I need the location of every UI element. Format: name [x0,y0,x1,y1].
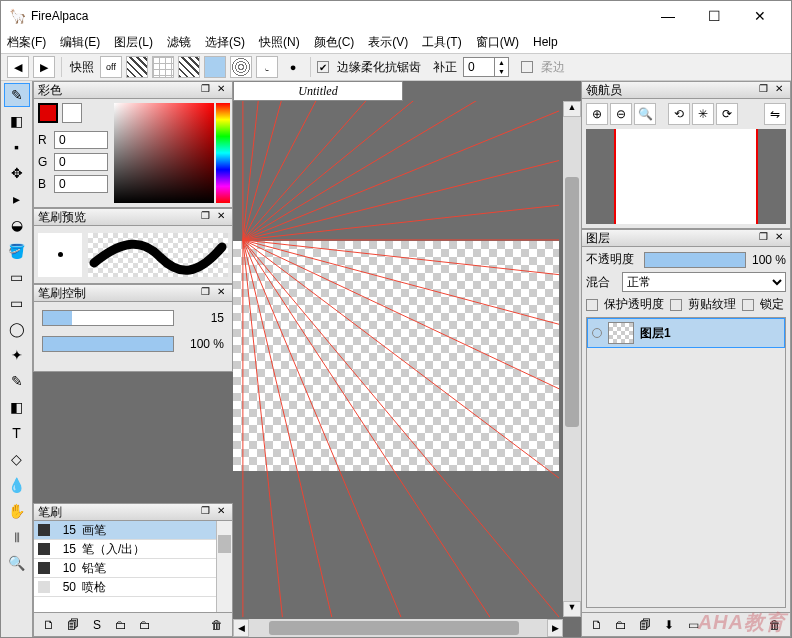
brush-item[interactable]: 50喷枪 [34,578,232,597]
snap-off-button[interactable]: off [100,56,122,78]
nav-flip-button[interactable]: ⇋ [764,103,786,125]
tool-select-eraser[interactable]: ◧ [4,395,30,419]
layer-visibility-toggle[interactable] [592,328,602,338]
correct-spinner[interactable]: 0 ▲▼ [463,57,509,77]
brush-item[interactable]: 15画笔 [34,521,232,540]
lock-checkbox[interactable] [742,299,754,311]
nav-prev-button[interactable]: ◀ [7,56,29,78]
brush-control-header[interactable]: 笔刷控制 ❐ ✕ [33,284,233,302]
document-tab[interactable]: Untitled [233,81,403,101]
snap-grid-button[interactable] [152,56,174,78]
tool-hand[interactable]: ✋ [4,499,30,523]
snap-radial-button[interactable] [204,56,226,78]
canvas-hscrollbar[interactable]: ◀▶ [233,619,563,637]
brush-panel-header[interactable]: 笔刷 ❐ ✕ [33,503,233,521]
layer-merge-button[interactable]: ⬇ [660,616,678,634]
tool-brush[interactable]: ✎ [4,83,30,107]
dot-icon[interactable]: ● [282,56,304,78]
brush-preview-header[interactable]: 笔刷预览 ❐ ✕ [33,208,233,226]
snap-parallel-button[interactable] [126,56,148,78]
snap-curve-button[interactable]: ⦦ [256,56,278,78]
foreground-swatch[interactable] [38,103,58,123]
tool-select-pen[interactable]: ✎ [4,369,30,393]
snap-concentric-button[interactable] [230,56,252,78]
color-panel-header[interactable]: 彩色 ❐ ✕ [33,81,233,99]
nav-rotate-ccw-button[interactable]: ⟲ [668,103,690,125]
menu-select[interactable]: 选择(S) [205,34,245,51]
tool-shape[interactable]: ◇ [4,447,30,471]
brush-script-button[interactable]: S [88,616,106,634]
layer-panel-header[interactable]: 图层 ❐ ✕ [581,229,791,247]
layer-opacity-slider[interactable] [644,252,746,268]
nav-zoomin-button[interactable]: ⊕ [586,103,608,125]
tool-bucket[interactable]: 🪣 [4,239,30,263]
menu-filter[interactable]: 滤镜 [167,34,191,51]
brush-scrollbar[interactable] [216,521,232,612]
dock-icon[interactable]: ❐ [756,83,770,97]
tool-select-rect[interactable]: ▭ [4,291,30,315]
brush-opacity-slider[interactable] [42,336,174,352]
hue-slider[interactable] [216,103,230,203]
brush-folder2-button[interactable]: 🗀 [136,616,154,634]
minimize-button[interactable]: — [645,1,691,31]
tool-move[interactable]: ✥ [4,161,30,185]
menu-color[interactable]: 颜色(C) [314,34,355,51]
brush-new-button[interactable]: 🗋 [40,616,58,634]
close-icon[interactable]: ✕ [214,83,228,97]
layer-row[interactable]: 图层1 [587,318,785,348]
layer-clear-button[interactable]: ▭ [684,616,702,634]
tool-wand[interactable]: ✦ [4,343,30,367]
b-input[interactable] [54,175,108,193]
maximize-button[interactable]: ☐ [691,1,737,31]
navigator-thumbnail[interactable] [586,129,786,224]
dock-icon[interactable]: ❐ [198,210,212,224]
canvas-vscrollbar[interactable]: ▲▼ [563,101,581,617]
g-input[interactable] [54,153,108,171]
dock-icon[interactable]: ❐ [198,505,212,519]
snap-vanish-button[interactable] [178,56,200,78]
clip-checkbox[interactable] [670,299,682,311]
menu-window[interactable]: 窗口(W) [476,34,519,51]
r-input[interactable] [54,131,108,149]
brush-dup-button[interactable]: 🗐 [64,616,82,634]
menu-edit[interactable]: 编辑(E) [60,34,100,51]
sv-picker[interactable] [114,103,214,203]
navigator-header[interactable]: 领航员 ❐ ✕ [581,81,791,99]
tool-eyedropper[interactable]: 💧 [4,473,30,497]
close-icon[interactable]: ✕ [772,83,786,97]
nav-rotate-cw-button[interactable]: ⟳ [716,103,738,125]
tool-lasso[interactable]: ◯ [4,317,30,341]
brush-delete-button[interactable]: 🗑 [208,616,226,634]
protect-alpha-checkbox[interactable] [586,299,598,311]
nav-fit-button[interactable]: 🔍 [634,103,656,125]
tool-gradient[interactable]: ▭ [4,265,30,289]
tool-move-point[interactable]: ▸ [4,187,30,211]
menu-file[interactable]: 档案(F) [7,34,46,51]
close-icon[interactable]: ✕ [772,231,786,245]
layer-new-button[interactable]: 🗋 [588,616,606,634]
soft-checkbox[interactable] [521,61,533,73]
brush-size-slider[interactable] [42,310,174,326]
menu-view[interactable]: 表示(V) [368,34,408,51]
layer-dup-button[interactable]: 🗐 [636,616,654,634]
brush-folder-button[interactable]: 🗀 [112,616,130,634]
tool-fill[interactable]: ◒ [4,213,30,237]
dock-icon[interactable]: ❐ [198,83,212,97]
close-icon[interactable]: ✕ [214,286,228,300]
menu-snap[interactable]: 快照(N) [259,34,300,51]
tool-eraser[interactable]: ◧ [4,109,30,133]
dock-icon[interactable]: ❐ [198,286,212,300]
close-icon[interactable]: ✕ [214,210,228,224]
close-icon[interactable]: ✕ [214,505,228,519]
menu-layer[interactable]: 图层(L) [114,34,153,51]
nav-reset-button[interactable]: ✳ [692,103,714,125]
layer-blend-select[interactable]: 正常 [622,272,786,292]
layer-folder-button[interactable]: 🗀 [612,616,630,634]
tool-split[interactable]: ⫴ [4,525,30,549]
close-button[interactable]: ✕ [737,1,783,31]
tool-dot[interactable]: ▪ [4,135,30,159]
menu-tool[interactable]: 工具(T) [422,34,461,51]
tool-zoom[interactable]: 🔍 [4,551,30,575]
brush-item[interactable]: 15笔（入/出） [34,540,232,559]
nav-next-button[interactable]: ▶ [33,56,55,78]
